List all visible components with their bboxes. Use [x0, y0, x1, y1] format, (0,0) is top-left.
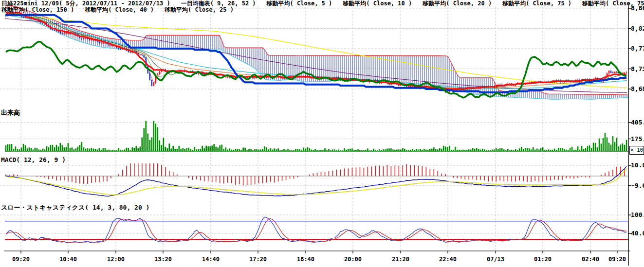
price-pane: [5, 5, 628, 100]
header-line1: 日経225mini 12/09( 5分, 2012/07/11 - 2012/0…: [1, 0, 644, 6]
indicator-label: 移動平均( Close, 150 ): [1, 6, 74, 13]
stoch-axis-label: 100.: [631, 212, 644, 218]
time-axis-label: 01:20: [534, 256, 552, 263]
price-axis-label: 8,82: [631, 25, 644, 32]
volume-pane-title: 出来高: [1, 109, 20, 116]
stoch-pane-title: スロー・ストキャスティクス( 14, 3, 80, 20 ): [1, 204, 149, 211]
macd-pane: [5, 163, 628, 196]
time-axis-label: 18:40: [297, 256, 314, 263]
indicator-label: 移動平均( Close, 75 ): [502, 0, 571, 7]
indicator-label: 一目均衡表( 9, 26, 52 ): [181, 0, 256, 7]
time-axis-label: 12:00: [107, 256, 125, 263]
volume-axis-label: 405.: [631, 119, 644, 126]
grid-layer: [0, 7, 628, 251]
stoch-axis-label: 40.0: [631, 230, 644, 237]
indicator-label: 移動平均( Close, 10 ): [343, 0, 412, 7]
multiplier-label: × 10: [630, 147, 644, 153]
indicator-label: 移動平均( Close, 25 ): [165, 6, 234, 13]
time-axis-label: 21:20: [392, 256, 409, 263]
stoch-pane: [5, 217, 628, 243]
price-axis-label: 8,86: [631, 5, 644, 12]
indicator-label: 日経225mini 12/09( 5分, 2012/07/11 - 2012/0…: [1, 0, 170, 7]
volume-unit-multiplier: × 10: [629, 146, 644, 155]
indicator-label: 移動平均( Close, 20 ): [423, 0, 492, 7]
time-axis-label: 17:20: [249, 256, 267, 263]
time-axis-label: 02:40: [582, 256, 599, 263]
time-axis-label: 10:40: [59, 256, 77, 263]
time-axis-label: 09:20: [12, 256, 30, 263]
time-axis-label: 14:40: [202, 256, 220, 263]
chart-window: 日経225mini 12/09( 5分, 2012/07/11 - 2012/0…: [0, 0, 644, 267]
header-line2: 移動平均( Close, 150 )移動平均( Close, 40 )移動平均(…: [1, 7, 244, 13]
time-axis-label: 22:40: [439, 256, 457, 263]
price-axis-label: 8,73: [631, 66, 644, 72]
chart-canvas[interactable]: [0, 0, 644, 267]
macd-axis-label: 10.0: [631, 162, 644, 169]
price-axis-label: 8,77: [631, 45, 644, 52]
macd-pane-title: MACD( 12, 26, 9 ): [1, 157, 66, 163]
time-axis-label: 13:20: [154, 256, 172, 263]
time-axis-label: 20:00: [344, 256, 362, 263]
volume-axis-label: 175.: [631, 136, 644, 142]
indicator-label: 移動平均( Close, 5 ): [267, 0, 332, 7]
macd-axis-label: -9.0: [631, 182, 644, 189]
candlesticks: [5, 11, 627, 93]
time-axis-label: 07/13: [487, 256, 504, 263]
volume-pane: [5, 121, 628, 151]
axis-layer: [4, 4, 631, 266]
indicator-label: 移動平均( Close, 40 ): [85, 6, 154, 13]
time-axis-label: 09:20: [608, 256, 626, 263]
price-axis-label: 8,68: [631, 86, 644, 92]
